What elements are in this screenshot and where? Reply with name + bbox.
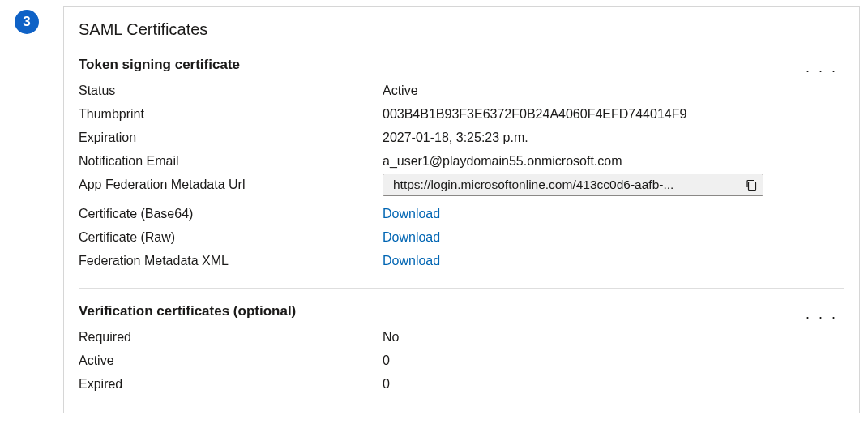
download-raw-link[interactable]: Download	[383, 230, 440, 244]
certificate-raw-row: Certificate (Raw) Download	[79, 226, 844, 248]
saml-certificates-card: SAML Certificates . . . Token signing ce…	[63, 6, 860, 413]
thumbprint-row: Thumbprint 003B4B1B93F3E6372F0B24A4060F4…	[79, 103, 844, 125]
notification-email-label: Notification Email	[79, 154, 383, 169]
expiration-value: 2027-01-18, 3:25:23 p.m.	[383, 131, 844, 145]
active-label: Active	[79, 353, 383, 368]
copy-url-button[interactable]	[745, 178, 758, 191]
metadata-url-text: https://login.microsoftonline.com/413cc0…	[393, 178, 737, 192]
status-row: Status Active	[79, 79, 844, 101]
verification-heading: Verification certificates (optional)	[79, 303, 844, 319]
expired-label: Expired	[79, 377, 383, 392]
certificate-base64-row: Certificate (Base64) Download	[79, 203, 844, 225]
expired-value: 0	[383, 377, 844, 392]
verification-more-button[interactable]: . . .	[802, 303, 841, 324]
certificate-base64-label: Certificate (Base64)	[79, 207, 383, 221]
thumbprint-label: Thumbprint	[79, 107, 383, 122]
metadata-url-label: App Federation Metadata Url	[79, 178, 383, 192]
notification-email-value: a_user1@playdomain55.onmicrosoft.com	[383, 154, 844, 169]
required-value: No	[383, 330, 844, 345]
download-base64-link[interactable]: Download	[383, 207, 440, 221]
svg-rect-0	[749, 182, 756, 191]
step-number: 3	[23, 14, 30, 30]
download-fedxml-link[interactable]: Download	[383, 254, 440, 268]
ellipsis-icon: . . .	[806, 306, 838, 322]
federation-metadata-xml-label: Federation Metadata XML	[79, 254, 383, 268]
required-row: Required No	[79, 326, 844, 348]
expired-row: Expired 0	[79, 373, 844, 395]
token-signing-heading: Token signing certificate	[79, 57, 844, 73]
metadata-url-row: App Federation Metadata Url https://logi…	[79, 174, 844, 196]
metadata-url-field[interactable]: https://login.microsoftonline.com/413cc0…	[383, 174, 763, 196]
certificate-raw-label: Certificate (Raw)	[79, 230, 383, 245]
section-divider	[79, 288, 844, 289]
notification-email-row: Notification Email a_user1@playdomain55.…	[79, 150, 844, 172]
active-value: 0	[383, 353, 844, 368]
copy-icon	[745, 178, 758, 191]
expiration-row: Expiration 2027-01-18, 3:25:23 p.m.	[79, 126, 844, 148]
token-signing-more-button[interactable]: . . .	[802, 57, 841, 78]
required-label: Required	[79, 330, 383, 345]
ellipsis-icon: . . .	[806, 59, 838, 75]
thumbprint-value: 003B4B1B93F3E6372F0B24A4060F4EFD744014F9	[383, 107, 844, 122]
step-badge: 3	[15, 10, 39, 34]
token-signing-section: . . . Token signing certificate Status A…	[79, 57, 844, 272]
card-title: SAML Certificates	[79, 20, 844, 39]
verification-certificates-section: . . . Verification certificates (optiona…	[79, 303, 844, 395]
expiration-label: Expiration	[79, 131, 383, 145]
status-label: Status	[79, 84, 383, 98]
status-value: Active	[383, 84, 844, 98]
federation-metadata-xml-row: Federation Metadata XML Download	[79, 250, 844, 272]
active-row: Active 0	[79, 349, 844, 371]
